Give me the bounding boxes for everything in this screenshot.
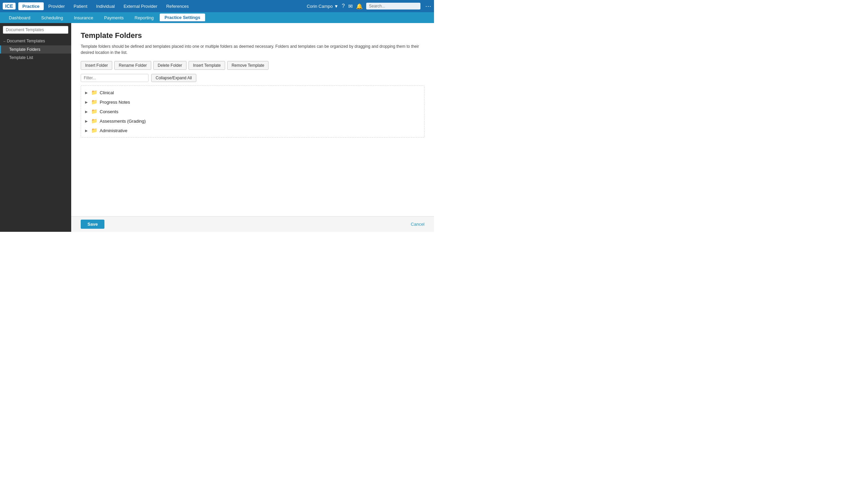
- folder-icon: 📁: [91, 89, 98, 96]
- folder-label: Assessments (Grading): [100, 119, 146, 124]
- sidebar: – Document Templates Template Folders Te…: [0, 23, 71, 232]
- top-nav-practice[interactable]: Practice: [18, 2, 44, 10]
- user-name[interactable]: Corin Campo ▼: [307, 4, 338, 9]
- folder-label: Consents: [100, 109, 118, 114]
- second-nav-payments[interactable]: Payments: [99, 14, 129, 22]
- insert-folder-button[interactable]: Insert Folder: [81, 61, 112, 70]
- top-nav-provider[interactable]: Provider: [44, 2, 69, 10]
- folder-label: Clinical: [100, 90, 114, 95]
- folder-progress-notes[interactable]: ▶ 📁 Progress Notes: [81, 97, 424, 107]
- remove-template-button[interactable]: Remove Template: [227, 61, 269, 70]
- arrow-icon: ▶: [85, 91, 89, 95]
- folder-clinical[interactable]: ▶ 📁 Clinical: [81, 88, 424, 97]
- logo[interactable]: ICE: [3, 3, 16, 9]
- content-footer: Save Cancel: [71, 216, 434, 232]
- sidebar-item-label-template-folders: Template Folders: [9, 47, 40, 52]
- folder-administrative[interactable]: ▶ 📁 Administrative: [81, 126, 424, 135]
- collapse-expand-button[interactable]: Collapse/Expand All: [151, 74, 196, 82]
- sidebar-item-template-list[interactable]: Template List: [0, 54, 71, 62]
- folder-tree: ▶ 📁 Clinical ▶ 📁 Progress Notes ▶ 📁 Cons…: [81, 85, 425, 138]
- save-button[interactable]: Save: [81, 220, 104, 229]
- sidebar-tree: – Document Templates Template Folders Te…: [0, 37, 71, 232]
- sidebar-item-label-template-list: Template List: [9, 55, 33, 60]
- sidebar-search-input[interactable]: [3, 26, 68, 34]
- folder-icon: 📁: [91, 127, 98, 134]
- top-nav-patient[interactable]: Patient: [70, 2, 91, 10]
- rename-folder-button[interactable]: Rename Folder: [114, 61, 151, 70]
- page-description: Template folders should be defined and t…: [81, 43, 425, 56]
- folder-icon: 📁: [91, 108, 98, 115]
- second-nav-practice-settings[interactable]: Practice Settings: [160, 14, 205, 22]
- top-nav-references[interactable]: References: [162, 2, 193, 10]
- folder-icon: 📁: [91, 99, 98, 105]
- sidebar-section-label: Document Templates: [7, 39, 45, 43]
- top-navigation: ICE Practice Provider Patient Individual…: [0, 0, 434, 12]
- sidebar-section-document-templates[interactable]: – Document Templates: [0, 37, 71, 45]
- top-nav-external-provider[interactable]: External Provider: [119, 2, 161, 10]
- second-nav-dashboard[interactable]: Dashboard: [4, 14, 35, 22]
- arrow-icon: ▶: [85, 100, 89, 104]
- collapse-icon: –: [3, 39, 5, 43]
- folder-consents[interactable]: ▶ 📁 Consents: [81, 107, 424, 116]
- delete-folder-button[interactable]: Delete Folder: [153, 61, 186, 70]
- folder-label: Administrative: [100, 128, 127, 133]
- sidebar-item-template-folders[interactable]: Template Folders: [0, 45, 71, 54]
- help-icon[interactable]: ?: [342, 3, 345, 9]
- second-nav-scheduling[interactable]: Scheduling: [37, 14, 68, 22]
- arrow-icon: ▶: [85, 119, 89, 123]
- insert-template-button[interactable]: Insert Template: [189, 61, 225, 70]
- second-nav-reporting[interactable]: Reporting: [130, 14, 158, 22]
- search-input[interactable]: [366, 3, 420, 9]
- folder-icon: 📁: [91, 118, 98, 124]
- sidebar-search-container: [0, 23, 71, 37]
- dropdown-icon: ▼: [334, 4, 338, 9]
- bell-icon[interactable]: 🔔: [356, 3, 363, 9]
- action-buttons: Insert Folder Rename Folder Delete Folde…: [81, 61, 425, 70]
- main-layout: – Document Templates Template Folders Te…: [0, 23, 434, 232]
- second-nav-insurance[interactable]: Insurance: [69, 14, 98, 22]
- page-title: Template Folders: [81, 31, 425, 40]
- folder-label: Progress Notes: [100, 100, 130, 105]
- content-body: Template Folders Template folders should…: [71, 23, 434, 216]
- top-nav-individual[interactable]: Individual: [92, 2, 119, 10]
- arrow-icon: ▶: [85, 110, 89, 114]
- user-name-label: Corin Campo: [307, 4, 333, 9]
- filter-input[interactable]: [81, 74, 149, 82]
- more-icon[interactable]: ⋯: [425, 2, 431, 10]
- filter-row: Collapse/Expand All: [81, 74, 425, 82]
- mail-icon[interactable]: ✉: [348, 3, 353, 9]
- content-area: Template Folders Template folders should…: [71, 23, 434, 232]
- arrow-icon: ▶: [85, 129, 89, 133]
- cancel-button[interactable]: Cancel: [411, 222, 425, 227]
- folder-assessments[interactable]: ▶ 📁 Assessments (Grading): [81, 116, 424, 126]
- user-area: Corin Campo ▼ ? ✉ 🔔 ⋯: [307, 2, 431, 10]
- second-navigation: Dashboard Scheduling Insurance Payments …: [0, 12, 434, 23]
